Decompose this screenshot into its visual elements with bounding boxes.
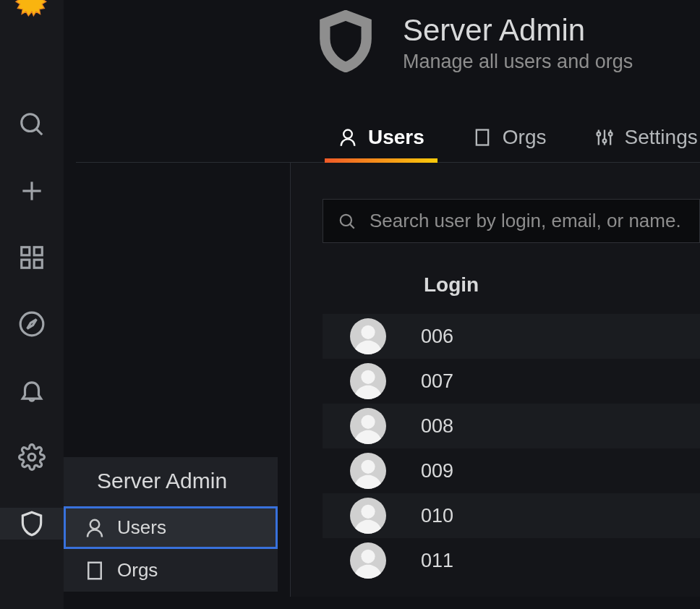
submenu-item-label: Users: [117, 516, 166, 539]
svg-rect-20: [477, 130, 488, 145]
building-icon: [472, 127, 492, 148]
svg-point-10: [28, 453, 35, 461]
svg-point-37: [361, 505, 375, 519]
svg-rect-4: [22, 247, 30, 255]
table-row[interactable]: 009: [323, 448, 700, 493]
nav-create[interactable]: [0, 175, 64, 207]
svg-point-30: [608, 132, 612, 136]
svg-marker-9: [27, 320, 37, 329]
svg-point-28: [597, 132, 600, 136]
page-header: Server Admin Manage all users and orgs: [76, 10, 700, 75]
page-title: Server Admin: [403, 13, 633, 48]
tab-settings[interactable]: Settings: [592, 119, 700, 162]
svg-point-38: [361, 550, 375, 563]
avatar: [350, 318, 386, 354]
tab-label: Orgs: [503, 126, 547, 149]
plus-icon: [18, 177, 46, 205]
compass-icon: [18, 310, 46, 338]
svg-point-31: [341, 214, 351, 225]
avatar: [350, 542, 386, 579]
table-row[interactable]: 006: [323, 314, 700, 359]
svg-point-11: [90, 519, 100, 529]
search-box[interactable]: [323, 199, 700, 243]
building-icon: [84, 560, 106, 582]
sliders-icon: [594, 127, 615, 148]
svg-rect-6: [22, 260, 30, 268]
svg-point-8: [20, 312, 43, 336]
user-login: 008: [421, 415, 453, 438]
nav-dashboards[interactable]: [0, 242, 64, 273]
user-icon: [338, 127, 358, 148]
svg-point-36: [361, 460, 375, 474]
submenu-item-orgs[interactable]: Orgs: [64, 549, 278, 592]
user-login: 006: [421, 325, 453, 348]
grid-icon: [18, 244, 46, 271]
nav-configuration[interactable]: [0, 441, 64, 473]
submenu-item-label: Orgs: [117, 559, 158, 582]
submenu-title: Server Admin: [64, 457, 278, 506]
search-icon: [338, 212, 357, 231]
svg-point-35: [361, 415, 375, 429]
user-login: 011: [421, 550, 453, 572]
user-login: 009: [421, 460, 453, 482]
tab-users[interactable]: Users: [335, 119, 427, 162]
logo-area: [0, 0, 64, 43]
avatar: [350, 408, 386, 444]
nav-search[interactable]: [0, 108, 64, 140]
svg-rect-12: [88, 562, 101, 579]
svg-point-19: [343, 130, 352, 139]
tab-label: Users: [368, 126, 424, 149]
svg-point-0: [22, 114, 39, 132]
submenu-panel: Server Admin Users Orgs: [64, 457, 278, 592]
submenu-item-users[interactable]: Users: [64, 506, 278, 549]
nav-explore[interactable]: [0, 308, 64, 340]
table-header-login: Login: [323, 273, 700, 297]
shield-icon: [315, 10, 377, 75]
avatar: [350, 498, 386, 534]
avatar: [350, 453, 386, 489]
table-row[interactable]: 007: [323, 359, 700, 404]
search-input[interactable]: [370, 210, 685, 232]
content-panel: Login 006 007 008 009 010 011: [290, 163, 700, 597]
nav-server-admin[interactable]: [0, 508, 64, 540]
tab-orgs[interactable]: Orgs: [469, 119, 550, 162]
svg-point-29: [602, 139, 606, 142]
grafana-logo-icon: [12, 0, 52, 29]
page-header-text: Server Admin Manage all users and orgs: [403, 13, 633, 73]
user-login: 010: [421, 505, 453, 527]
svg-line-1: [36, 129, 42, 135]
nav-icons: [0, 108, 64, 540]
shield-icon: [18, 510, 46, 537]
table-row[interactable]: 008: [323, 404, 700, 448]
svg-line-32: [350, 224, 354, 229]
search-icon: [18, 111, 46, 138]
svg-rect-7: [34, 260, 42, 268]
svg-point-33: [361, 325, 375, 339]
user-login: 007: [421, 370, 453, 393]
bell-icon: [18, 377, 46, 404]
svg-point-34: [361, 370, 375, 384]
avatar: [350, 363, 386, 399]
page-subtitle: Manage all users and orgs: [403, 51, 633, 73]
users-table: Login 006 007 008 009 010 011: [323, 273, 700, 583]
tab-label: Settings: [625, 126, 698, 149]
svg-rect-5: [34, 247, 42, 255]
user-icon: [84, 517, 106, 539]
sidebar: [0, 0, 64, 609]
table-row[interactable]: 011: [323, 538, 700, 583]
tabs: Users Orgs Settings: [76, 119, 700, 163]
table-row[interactable]: 010: [323, 493, 700, 538]
gear-icon: [18, 443, 46, 471]
nav-alerting[interactable]: [0, 375, 64, 406]
